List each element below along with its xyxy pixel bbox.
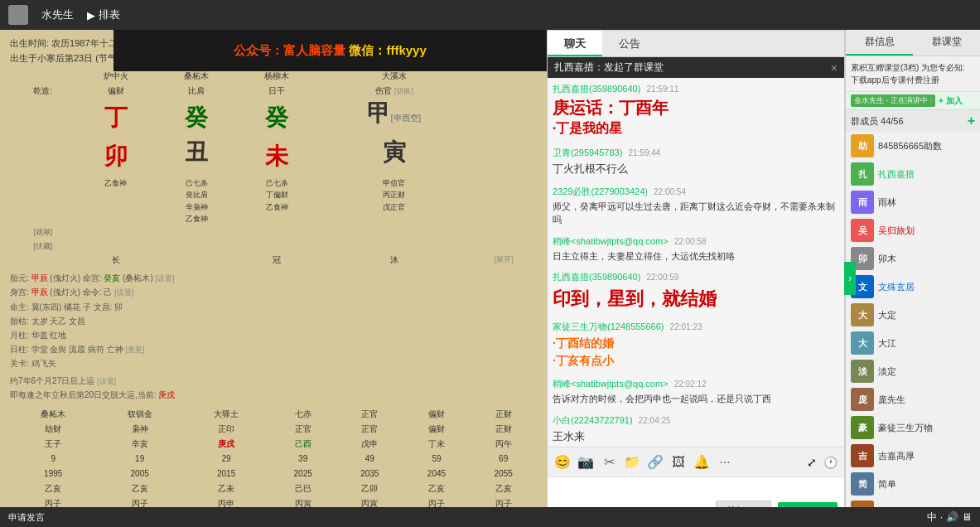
msg-5-time: 22:00:59 [646,273,678,282]
tab-group-course[interactable]: 群课堂 [913,30,980,56]
member-name-zaxia: 扎西嘉措 [878,168,975,181]
member-jijia[interactable]: 吉 吉嘉高厚 [846,442,980,470]
member-name-danding: 淡定 [878,365,975,378]
member-avatar-jiandan: 简 [851,472,874,496]
add-join-btn[interactable]: + 加入 [939,95,963,107]
member-wensh[interactable]: 文 文殊玄居 [846,273,980,301]
clock-icon[interactable]: 🕐 [823,456,838,469]
member-avatar-845856665: 助 [851,134,874,157]
speaker-tag: 金水先生 - 正在演讲中 · [851,94,935,107]
member-avatar-danding: 淡 [851,360,874,383]
member-avatar-pang: 庞 [851,388,874,411]
member-zaxia[interactable]: 扎 扎西嘉措 [846,160,980,188]
banner-text: 公众号：富人脑容量 微信：fffkyyy [234,43,427,59]
member-name-845856665: 845856665助数 [878,140,975,152]
member-yulin[interactable]: 雨 雨林 [846,188,980,216]
msg-2-sender: 卫青(295945783) [553,147,622,157]
tab-chat[interactable]: 聊天 [548,31,602,56]
header-banner: 公众号：富人脑容量 微信：fffkyyy [113,30,547,71]
member-avatar-dajiang: 大 [851,331,874,355]
status-icon-3: 🔊 [946,511,958,523]
msg-1-time: 21:59:11 [646,85,678,94]
image-icon[interactable]: 🖼 [670,455,687,470]
msg-2: 卫青(295945783) 21:59:44 丁火扎根不行么 [553,147,839,177]
emoji-icon[interactable]: 😊 [554,454,571,470]
cut-icon[interactable]: ✂ [601,454,617,470]
msg-3-body: 师父，癸离甲远可以生过去唐，距离丁财这么近会夺财，不需要杀来制吗 [553,200,839,227]
photo-icon[interactable]: 📷 [577,454,594,470]
chat-banner: 扎西嘉措：发起了群课堂 × [548,57,844,78]
chat-banner-close[interactable]: × [831,61,838,75]
status-icon-1: 中 [927,510,937,525]
chat-panel: 聊天 公告 扎西嘉措：发起了群课堂 × 扎西嘉措(359890640) 21:5… [547,30,845,527]
msg-4: 稍峰<shatibwjtpts@qq.com> 22:00:58 日主立得主，夫… [553,235,839,264]
more-icon[interactable]: ··· [717,455,733,470]
member-name-pang: 庞先生 [878,394,975,406]
member-dading[interactable]: 大 大定 [846,301,980,329]
speak-button[interactable]: 申请发言 [8,511,45,524]
member-avatar-wugui: 吴 [851,219,874,242]
bazi-details: 胎元: 甲辰 (傀灯火) 命宫: 癸亥 (桑柘木) [设置] 身宫: 甲辰 (傀… [10,271,537,402]
msg-6-sender: 家徒三生万物(1248555666) [553,322,664,331]
tab-notice[interactable]: 公告 [602,31,657,56]
top-bar: 水先生 ▶ 排表 [0,0,980,30]
msg-1-body: 庚运话：丁酉年 [553,97,839,118]
chat-toolbar: 😊 📷 ✂ 📁 🔗 🖼 🔔 ··· ⤢ 🕐 [548,447,844,476]
member-pang[interactable]: 庞 庞先生 [846,385,980,413]
msg-3: 2329必胜(2279003424) 22:00:54 师父，癸离甲远可以生过去… [553,186,839,227]
status-icon-4: 🖥 [962,511,972,523]
chat-banner-title: 扎西嘉措：发起了群课堂 [554,60,664,75]
group-info-section: 累积互赠课堂(3档) 为您专必知: 下载app后专课付费注册 [846,56,980,92]
msg-3-sender: 2329必胜(2279003424) [553,186,648,196]
group-member-header: 群成员 44/56 + [846,110,980,132]
msg-6-time: 22:01:23 [670,322,702,331]
msg-8-time: 22:04:25 [639,416,671,425]
msg-2-body: 丁火扎根不行么 [553,161,839,177]
expand-arrow[interactable]: › [844,262,856,295]
tab-group-info[interactable]: 群信息 [846,30,913,56]
member-name-wensh: 文殊玄居 [878,281,975,293]
group-members-list: 助 845856665助数 扎 扎西嘉措 雨 雨林 吴 吴归旅划 [846,132,980,527]
status-icon-2: · [940,511,943,523]
member-name-dading: 大定 [878,309,975,322]
msg-1-sender: 扎西嘉措(359890640) [553,84,640,94]
chat-area: 聊天 公告 扎西嘉措：发起了群课堂 × 扎西嘉措(359890640) 21:5… [547,30,980,527]
msg-5: 扎西嘉措(359890640) 22:00:59 印到，星到，就结婚 [553,271,839,312]
expand-icon[interactable]: ⤢ [807,456,817,469]
msg-5-sender: 扎西嘉措(359890640) [553,272,640,282]
member-maom[interactable]: 卯 卯木 [846,244,980,273]
msg-7-sender: 稍峰<shatibwjtpts@qq.com> [553,379,669,389]
bazi-table: 炉中火 桑柘木 杨柳木 大溪水 乾造: 偏财 比肩 日干 伤官 [切换] 丁 癸… [10,69,537,268]
bell-icon[interactable]: 🔔 [693,454,710,470]
status-icons: 中 · 🔊 🖥 [927,510,972,525]
folder-icon[interactable]: 📁 [624,454,640,470]
member-845856665[interactable]: 助 845856665助数 [846,132,980,160]
member-avatar-yulin: 雨 [851,191,874,214]
member-count-label: 群成员 44/56 [851,115,904,128]
group-info-text: 累积互赠课堂(3档) 为您专必知: 下载app后专课付费注册 [851,61,975,86]
msg-6-sub: ·丁亥有点小 [553,352,839,370]
rank-button[interactable]: ▶ 排表 [87,7,120,22]
chat-tabs: 聊天 公告 [548,31,844,57]
member-name-wugui: 吴归旅划 [878,225,975,237]
link-icon[interactable]: 🔗 [647,454,664,470]
member-name-dajiang: 大江 [878,337,975,350]
member-danding[interactable]: 淡 淡定 [846,357,980,385]
member-dajiang[interactable]: 大 大江 [846,329,980,357]
msg-7: 稍峰<shatibwjtpts@qq.com> 22:02:12 告诉对方的时候… [553,378,839,406]
member-hao[interactable]: 豪 豪徒三生万物 [846,413,980,442]
bazi-panel: 公众号：富人脑容量 微信：fffkyyy 出生时间: 农历1987年十二月十一,… [0,30,547,527]
member-avatar-jijia: 吉 [851,444,874,467]
member-avatar-dading: 大 [851,303,874,326]
msg-1: 扎西嘉措(359890640) 21:59:11 庚运话：丁酉年 ·丁是我的星 [553,83,839,138]
msg-4-sender: 稍峰<shatibwjtpts@qq.com> [553,236,669,246]
msg-8: 小白(22243722791) 22:04:25 王水来 [553,414,839,445]
speaker-row: 金水先生 - 正在演讲中 · + 加入 [846,92,980,110]
member-name-yulin: 雨林 [878,196,975,209]
msg-4-time: 22:00:58 [674,237,707,246]
member-jiandan[interactable]: 简 简单 [846,470,980,498]
msg-8-sender: 小白(22243722791) [553,415,633,425]
right-panel-tabs: 群信息 群课堂 [846,30,980,56]
member-wugui[interactable]: 吴 吴归旅划 [846,216,980,244]
add-member-btn[interactable]: + [968,114,975,128]
